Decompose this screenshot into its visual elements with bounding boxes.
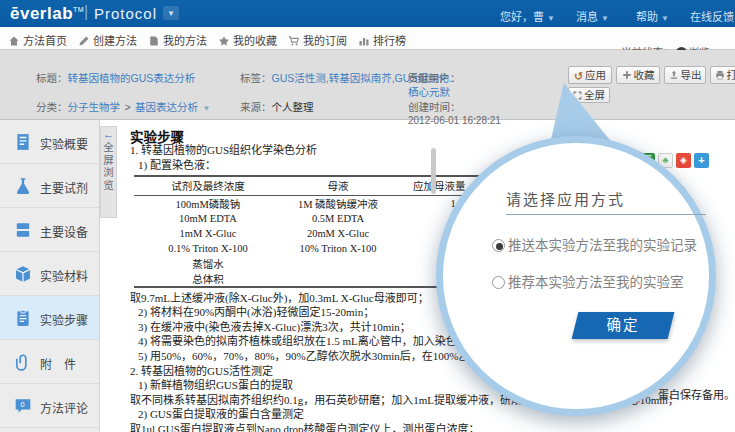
svg-text:0: 0 (21, 400, 25, 409)
source-value: 个人整理 (272, 101, 314, 113)
step-line: 取1ul GUS蛋白提取液点到Nano drop核酸蛋白测定仪上，测出蛋白浓度； (130, 422, 735, 432)
method-title-link[interactable]: 转基因植物的GUS表达分析 (68, 72, 196, 84)
help-menu[interactable]: 帮助▼ (636, 8, 669, 24)
tags-label: 标签： (240, 72, 272, 84)
option-recommend-to-lab[interactable]: 推荐本实验方法至我的实验室 (492, 271, 684, 291)
home-icon (8, 35, 20, 47)
nav-create-method[interactable]: 创建方法 (78, 32, 137, 48)
title-label: 标题： (36, 72, 68, 84)
bar-chart-icon (358, 35, 370, 47)
paperclip-icon (14, 353, 32, 371)
nav-method-home[interactable]: 方法首页 (8, 32, 67, 48)
comment-icon: 0 (14, 397, 32, 415)
flask-icon (14, 177, 32, 195)
apply-button[interactable]: ↺应用 (568, 66, 612, 84)
printer-icon (715, 70, 725, 80)
clipboard-icon (14, 309, 32, 327)
messages-menu[interactable]: 消息▼ (576, 8, 609, 24)
sidebar-item-equipment[interactable]: 主要设备 (0, 208, 99, 252)
confirm-button[interactable]: 确定 (572, 312, 675, 339)
product-chevron-down-icon[interactable]: ▾ (163, 6, 179, 20)
column-header: 试剂及最终浓度 (134, 176, 282, 195)
pencil-icon (78, 35, 90, 47)
created-value: 2012-06-01 16:28:21 (408, 115, 501, 126)
favorite-button[interactable]: 收藏 (616, 66, 660, 84)
everlab-logo[interactable]: ēverlabTM (10, 4, 84, 24)
scrollbar-thumb[interactable] (431, 148, 436, 194)
step-line: 2) GUS蛋白提取液的蛋白含量测定 (138, 407, 735, 422)
product-name: Protocol (94, 5, 157, 22)
cart-icon (288, 35, 300, 47)
category-label: 分类： (36, 101, 68, 113)
subcategory-link[interactable]: 基因表达分析 (135, 101, 198, 113)
document-icon (148, 35, 160, 47)
sidebar-item-overview[interactable]: 实验概要 (0, 120, 99, 164)
sidebar-item-materials[interactable]: 实验材料 (0, 252, 99, 296)
cube-icon (14, 265, 32, 283)
method-info-bar: 标题：转基因植物的GUS表达分析 分类：分子生物学 > 基因表达分析 ▼ 标签：… (0, 50, 735, 120)
chevron-down-icon[interactable]: ▼ (203, 104, 211, 113)
top-bar: ēverlabTM | Protocol ▾ 您好，曹▼ 消息▼ 帮助▼ 在线反… (0, 0, 735, 27)
source-label: 来源： (240, 101, 272, 113)
nav-my-favorites[interactable]: 我的收藏 (218, 32, 277, 48)
radio-unselected-icon[interactable] (492, 276, 505, 289)
star-icon (218, 35, 230, 47)
trademark: TM (73, 6, 84, 13)
left-arrow-icon: ← (101, 127, 116, 141)
user-menu[interactable]: 您好，曹▼ (500, 8, 555, 24)
sidebar-item-steps[interactable]: 实验步骤 (0, 296, 99, 340)
protocol-page: ēverlabTM | Protocol ▾ 您好，曹▼ 消息▼ 帮助▼ 在线反… (0, 0, 735, 432)
plus-cross-icon (622, 70, 632, 80)
sidebar-item-reagents[interactable]: 主要试剂 (0, 164, 99, 208)
nav-my-subscriptions[interactable]: 我的订阅 (288, 32, 347, 48)
fullscreen-browse-label: 全屏浏览 (101, 142, 116, 192)
option-push-to-records[interactable]: 推送本实验方法至我的实验记录 (492, 234, 697, 254)
dialog-divider (506, 214, 706, 215)
nav-my-methods[interactable]: 我的方法 (148, 32, 207, 48)
equipment-icon (14, 221, 32, 239)
radio-selected-icon[interactable] (492, 239, 505, 252)
category-separator: > (124, 101, 130, 113)
document-icon (14, 133, 32, 151)
export-button[interactable]: 导出 (664, 66, 706, 84)
sidebar-item-comments[interactable]: 0 方法评论 (0, 384, 99, 428)
undo-icon: ↺ (574, 70, 583, 82)
feedback-link[interactable]: 在线反馈 (690, 8, 734, 24)
logo-divider: | (84, 3, 88, 21)
chevron-down-icon: ▼ (601, 14, 609, 23)
nav-ranking[interactable]: 排行榜 (358, 32, 406, 48)
column-header: 母液 (282, 176, 394, 195)
category-link[interactable]: 分子生物学 (68, 101, 121, 113)
wrapped-text-fragment: 蛋白保存备用。 (658, 386, 735, 402)
print-button[interactable]: 打印 (710, 66, 735, 84)
export-icon (669, 70, 679, 80)
sidebar-item-attachments[interactable]: 附 件 (0, 340, 99, 384)
sidebar: 实验概要 主要试剂 主要设备 实验材料 实验步骤 附 件 0 方法评论 (0, 120, 100, 432)
dialog-title: 请选择应用方式 (506, 188, 625, 209)
fullscreen-browse-tab[interactable]: ← 全屏浏览 (100, 126, 117, 218)
chevron-down-icon: ▼ (661, 14, 669, 23)
chevron-down-icon: ▼ (547, 14, 555, 23)
apply-method-dialog: 请选择应用方式 推送本实验方法至我的实验记录 推荐本实验方法至我的实验室 确定 (436, 136, 716, 416)
